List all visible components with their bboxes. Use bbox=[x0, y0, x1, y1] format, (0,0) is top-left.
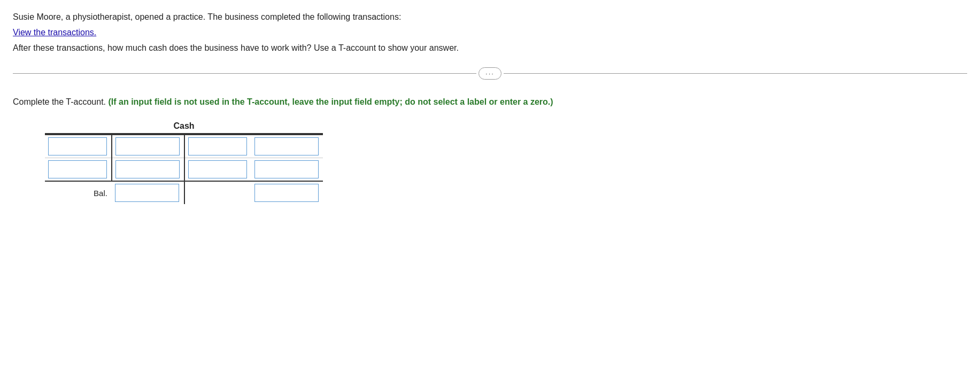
row2-right-amount-input[interactable] bbox=[254, 160, 319, 178]
row2-right-label-cell bbox=[184, 158, 251, 182]
row1-left-amount-input[interactable] bbox=[115, 137, 180, 155]
table-row bbox=[45, 135, 323, 158]
intro-text: Susie Moore, a physiotherapist, opened a… bbox=[13, 11, 967, 24]
row1-left-amount-cell bbox=[112, 135, 184, 158]
complete-instruction-text: Complete the T-account. (If an input fie… bbox=[13, 96, 967, 108]
bal-left-amount-cell bbox=[112, 181, 184, 204]
row2-right-amount-cell bbox=[251, 158, 323, 182]
row2-right-label-input[interactable] bbox=[188, 160, 247, 178]
complete-instruction-detail: (If an input field is not used in the T-… bbox=[108, 97, 553, 106]
t-account-section: Cash bbox=[45, 121, 967, 204]
bal-right-amount-input[interactable] bbox=[254, 184, 319, 202]
row1-right-label-cell bbox=[184, 135, 251, 158]
divider-line-left bbox=[13, 73, 476, 74]
after-text: After these transactions, how much cash … bbox=[13, 42, 967, 54]
bal-left-amount-input[interactable] bbox=[115, 184, 179, 202]
bal-right-label-cell bbox=[184, 181, 251, 204]
t-account-table: Bal. bbox=[45, 133, 323, 204]
bal-row: Bal. bbox=[45, 181, 323, 204]
row2-left-label-cell bbox=[45, 158, 112, 182]
divider-dots: ··· bbox=[479, 67, 501, 80]
divider-line-right bbox=[504, 73, 967, 74]
row2-left-label-input[interactable] bbox=[48, 160, 107, 178]
bal-right-amount-cell bbox=[251, 181, 323, 204]
t-account-title: Cash bbox=[45, 121, 323, 131]
row1-right-amount-input[interactable] bbox=[254, 137, 319, 155]
view-transactions-link[interactable]: View the transactions. bbox=[13, 28, 96, 37]
row2-left-amount-input[interactable] bbox=[115, 160, 180, 178]
row1-left-label-input[interactable] bbox=[48, 137, 107, 155]
row2-left-amount-cell bbox=[112, 158, 184, 182]
complete-prefix: Complete the T-account. bbox=[13, 97, 106, 106]
row1-right-label-input[interactable] bbox=[188, 137, 247, 155]
table-row bbox=[45, 158, 323, 182]
row1-right-amount-cell bbox=[251, 135, 323, 158]
divider: ··· bbox=[13, 67, 967, 80]
row1-left-label-cell bbox=[45, 135, 112, 158]
bal-label-cell: Bal. bbox=[45, 181, 112, 204]
